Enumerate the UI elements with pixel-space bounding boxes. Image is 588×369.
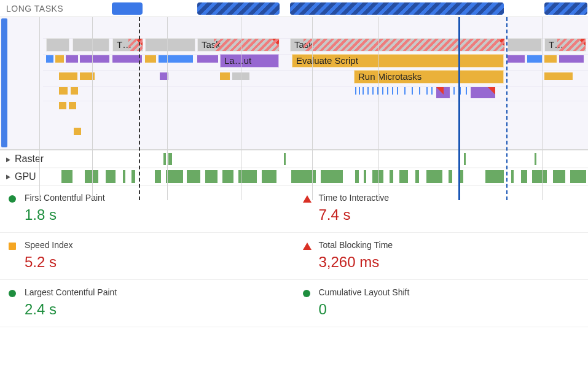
- gpu-bar[interactable]: [415, 170, 419, 183]
- status-good-icon: [9, 195, 16, 203]
- gpu-bar[interactable]: [364, 170, 366, 183]
- flame-bar[interactable]: [59, 102, 66, 109]
- flame-bar[interactable]: [508, 55, 525, 63]
- gpu-bar[interactable]: [426, 170, 442, 183]
- metric-total-blocking-time[interactable]: Total Blocking Time 3,260 ms: [294, 233, 589, 280]
- gpu-bar[interactable]: [532, 170, 547, 183]
- metric-speed-index[interactable]: Speed Index 5.2 s: [0, 233, 294, 280]
- gpu-bar[interactable]: [222, 170, 233, 183]
- raster-track[interactable]: [61, 153, 588, 165]
- long-tasks-row: LONG TASKS: [0, 0, 588, 17]
- gpu-bar[interactable]: [166, 170, 183, 183]
- warning-triangle-icon: [497, 39, 504, 46]
- gpu-bar[interactable]: [460, 170, 463, 183]
- flame-bar[interactable]: [145, 55, 156, 63]
- raster-bar[interactable]: [535, 153, 536, 165]
- gpu-bar[interactable]: [85, 170, 98, 183]
- gpu-bar[interactable]: [521, 170, 527, 183]
- metric-cumulative-layout-shift[interactable]: Cumulative Layout Shift 0: [294, 280, 589, 327]
- flame-bar[interactable]: [159, 55, 193, 63]
- flame-bar[interactable]: [66, 55, 78, 63]
- gpu-bar[interactable]: [485, 170, 504, 183]
- warning-triangle-icon: [436, 87, 444, 95]
- flame-bar-layout[interactable]: La…ut: [220, 54, 279, 68]
- metric-value: 3,260 ms: [319, 254, 582, 271]
- task-bar[interactable]: [46, 38, 69, 52]
- flame-bar[interactable]: [220, 72, 230, 80]
- expand-icon[interactable]: ▶: [6, 173, 10, 180]
- flame-bar-run-microtasks[interactable]: Run Microtasks: [354, 70, 504, 84]
- gpu-bar[interactable]: [390, 170, 393, 183]
- flame-bar[interactable]: [197, 55, 218, 63]
- metric-label: Largest Contentful Paint: [25, 287, 288, 297]
- task-bar[interactable]: [508, 38, 542, 52]
- flame-bar[interactable]: [160, 72, 168, 80]
- gpu-bar[interactable]: [449, 170, 452, 183]
- gpu-bar[interactable]: [61, 170, 73, 183]
- task-bar[interactable]: Task: [197, 38, 280, 52]
- raster-track-row[interactable]: ▶ Raster: [0, 150, 588, 168]
- flame-bar[interactable]: [71, 87, 78, 95]
- gpu-bar[interactable]: [262, 170, 276, 183]
- flame-bar[interactable]: [55, 55, 64, 63]
- flame-bar[interactable]: [80, 55, 109, 63]
- raster-label: Raster: [15, 153, 44, 165]
- gpu-bar[interactable]: [238, 170, 257, 183]
- run-microtasks-label: Run Microtasks: [358, 71, 421, 82]
- metric-time-to-interactive[interactable]: Time to Interactive 7.4 s: [294, 185, 589, 233]
- flame-chart[interactable]: T… Task Task T… La…ut Evaluate Script Ru…: [0, 17, 588, 150]
- gpu-bar[interactable]: [553, 170, 565, 183]
- flame-bar[interactable]: [80, 72, 95, 80]
- gpu-bar[interactable]: [511, 170, 514, 183]
- metric-first-contentful-paint[interactable]: First Contentful Paint 1.8 s: [0, 185, 294, 233]
- warning-triangle-icon: [578, 39, 586, 46]
- gpu-bar[interactable]: [205, 170, 218, 183]
- flame-bar[interactable]: [544, 55, 557, 63]
- raster-bar[interactable]: [284, 153, 286, 165]
- flame-bar[interactable]: [59, 87, 68, 95]
- gpu-bar[interactable]: [106, 170, 116, 183]
- task-bar[interactable]: T…: [544, 38, 586, 52]
- task-bar[interactable]: T…: [112, 38, 143, 52]
- gpu-bar[interactable]: [570, 170, 586, 183]
- long-task-block[interactable]: [112, 2, 143, 15]
- raster-bar[interactable]: [464, 153, 466, 165]
- flame-bar[interactable]: [112, 55, 142, 63]
- flame-bar[interactable]: [69, 102, 76, 109]
- task-bar[interactable]: [145, 38, 195, 52]
- gpu-bar[interactable]: [372, 170, 383, 183]
- flame-left-marker: [1, 18, 7, 147]
- flame-bar[interactable]: [544, 72, 573, 80]
- metric-largest-contentful-paint[interactable]: Largest Contentful Paint 2.4 s: [0, 280, 294, 327]
- status-bad-icon: [303, 243, 312, 250]
- gpu-bar[interactable]: [187, 170, 200, 183]
- flame-detail-region[interactable]: [355, 87, 503, 117]
- long-task-block[interactable]: [544, 2, 587, 15]
- gpu-track-row[interactable]: ▶ GPU: [0, 168, 588, 185]
- long-tasks-track[interactable]: [0, 0, 588, 17]
- task-bar[interactable]: [73, 38, 109, 52]
- flame-bar[interactable]: [232, 72, 249, 80]
- gpu-bar[interactable]: [291, 170, 316, 183]
- gpu-bar[interactable]: [123, 170, 125, 183]
- flame-bar[interactable]: [527, 55, 542, 63]
- flame-bar[interactable]: [559, 55, 584, 63]
- long-task-block[interactable]: [290, 2, 504, 15]
- metric-value: 0: [319, 301, 582, 318]
- expand-icon[interactable]: ▶: [6, 156, 10, 163]
- gpu-bar[interactable]: [399, 170, 408, 183]
- flame-bar[interactable]: [74, 128, 81, 135]
- task-bar[interactable]: Task: [290, 38, 505, 52]
- raster-bar[interactable]: [168, 153, 172, 165]
- task-label: T…: [117, 39, 131, 50]
- raster-bar[interactable]: [163, 153, 166, 165]
- gpu-bar[interactable]: [321, 170, 343, 183]
- gpu-bar[interactable]: [131, 170, 135, 183]
- flame-bar[interactable]: [46, 55, 53, 63]
- gpu-track[interactable]: [61, 170, 588, 183]
- long-task-block[interactable]: [197, 2, 280, 15]
- flame-bar-evaluate-script[interactable]: Evaluate Script: [292, 54, 504, 68]
- gpu-bar[interactable]: [155, 170, 161, 183]
- flame-bar[interactable]: [59, 72, 77, 80]
- gpu-bar[interactable]: [355, 170, 359, 183]
